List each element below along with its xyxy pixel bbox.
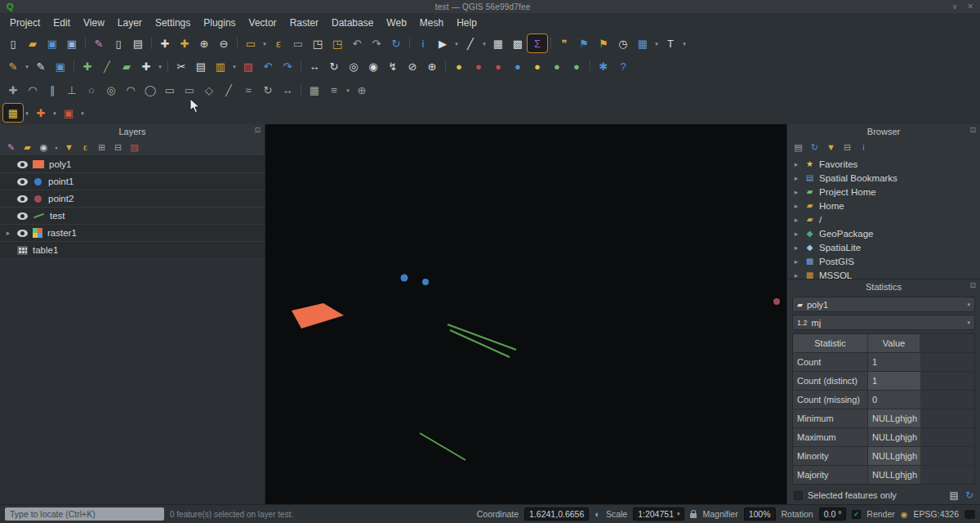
zoom-out-button[interactable]: ⊖ <box>214 34 234 52</box>
map-point2-feature[interactable] <box>773 298 780 305</box>
processing-toolbox-button[interactable]: ✱ <box>594 57 613 75</box>
render-checkbox[interactable]: ✓ <box>852 510 861 519</box>
open-layer-styling-icon[interactable]: ✎ <box>4 141 18 154</box>
visibility-eye-icon[interactable] <box>17 161 28 168</box>
map-point1-feature-a[interactable] <box>401 275 408 282</box>
scale-select[interactable]: 1:204751 ▾ <box>633 507 684 521</box>
expand-arrow-icon[interactable]: ▸ <box>792 174 800 182</box>
add-line-feature-button[interactable]: ╱ <box>97 57 117 75</box>
menu-settings[interactable]: Settings <box>149 15 197 31</box>
help-button[interactable]: ? <box>613 57 633 75</box>
layer-item-point1[interactable]: point1 <box>0 173 265 190</box>
rotate-features-button[interactable]: ↻ <box>324 57 344 75</box>
browser-item-geopackage[interactable]: ▸ ◆ GeoPackage <box>787 226 980 240</box>
toggle-editing-button[interactable]: ✎ <box>31 57 51 75</box>
panel-float-button[interactable]: ⊡ <box>254 126 261 134</box>
expand-arrow-icon[interactable]: ▸ <box>792 216 800 224</box>
toolbar-separator[interactable] <box>406 34 413 52</box>
menu-help[interactable]: Help <box>450 15 483 31</box>
new-bookmark-button[interactable]: ⚑ <box>574 34 594 52</box>
menu-layer[interactable]: Layer <box>111 15 149 31</box>
layer-item-test[interactable]: test <box>0 208 265 225</box>
current-edits-button[interactable]: ✎ <box>3 57 23 75</box>
refresh-statistics-button[interactable]: ↻ <box>965 489 973 501</box>
delete-selected-button[interactable]: ▨ <box>238 57 258 75</box>
redo-button[interactable]: ↷ <box>278 57 297 75</box>
locate-search-input[interactable] <box>5 507 164 521</box>
crs-status-button[interactable]: EPSG:4326 <box>914 509 959 519</box>
annotation-dropdown-arrow[interactable]: ▾ <box>680 34 688 52</box>
add-polygon-feature-button[interactable]: ▰ <box>117 57 136 75</box>
save-layer-edits-button[interactable]: ▣ <box>51 57 70 75</box>
column-header-value[interactable]: Value <box>868 334 920 352</box>
expand-arrow-icon[interactable]: ▸ <box>792 202 800 210</box>
panel-float-button[interactable]: ⊡ <box>969 126 976 134</box>
statistics-field-select[interactable]: 1.2 mj ▾ <box>792 315 975 330</box>
expand-arrow-icon[interactable]: ▸ <box>792 271 800 279</box>
statistical-summary-button[interactable]: Σ <box>528 34 547 52</box>
shade-window-button[interactable]: ∨ <box>952 2 958 11</box>
themes-dropdown-arrow[interactable]: ▾ <box>53 141 60 154</box>
construction-mode-button[interactable]: ◠ <box>23 81 42 99</box>
browser-item-spatial-bookmarks[interactable]: ▸ ▤ Spatial Bookmarks <box>787 171 980 185</box>
menu-vector[interactable]: Vector <box>243 15 283 31</box>
parallel-mode-button[interactable]: ∥ <box>42 81 62 99</box>
toolbar-separator[interactable] <box>70 57 78 75</box>
lock-scale-icon[interactable] <box>690 513 697 518</box>
browser-item-postgis[interactable]: ▸ ▩ PostGIS <box>787 254 980 268</box>
menu-mesh[interactable]: Mesh <box>413 15 450 31</box>
copy-features-button[interactable]: ▤ <box>191 57 211 75</box>
map-tips-button[interactable]: ❞ <box>555 34 574 52</box>
manage-map-themes-icon[interactable]: ◉ <box>37 141 51 154</box>
extent-toggle-icon[interactable]: ◐ <box>595 509 600 519</box>
reshape-features-button[interactable]: ↯ <box>383 57 403 75</box>
menu-plugins[interactable]: Plugins <box>197 15 242 31</box>
new-print-layout-button[interactable]: ▯ <box>109 34 128 52</box>
open-project-button[interactable]: ▰ <box>23 34 42 52</box>
measure-button[interactable]: ╱ <box>461 34 480 52</box>
perpendicular-mode-button[interactable]: ⊥ <box>62 81 82 99</box>
expand-arrow-icon[interactable]: ▸ <box>792 230 800 238</box>
menu-view[interactable]: View <box>77 15 111 31</box>
layer-item-raster1[interactable]: ▸ raster1 <box>0 225 265 242</box>
visibility-eye-icon[interactable] <box>17 178 28 186</box>
properties-widget-icon[interactable]: i <box>857 141 871 154</box>
selected-features-only-checkbox[interactable] <box>794 491 803 500</box>
move-features-button[interactable]: ↔ <box>305 57 324 75</box>
deselect-all-button[interactable]: ▭ <box>288 34 308 52</box>
highlight-pinned-labels-button[interactable]: ● <box>508 57 528 75</box>
data-source-manager-button[interactable]: ▦ <box>3 104 23 122</box>
data-source-dropdown-arrow[interactable]: ▾ <box>23 104 31 122</box>
map-view-dropdown-arrow[interactable]: ▾ <box>653 34 661 52</box>
add-part-button[interactable]: ◉ <box>363 57 383 75</box>
map-line-test-c[interactable] <box>420 433 466 460</box>
filter-legend-icon[interactable]: ▼ <box>62 141 76 154</box>
toolbar-separator[interactable] <box>82 34 89 52</box>
toolbar-separator[interactable] <box>148 34 155 52</box>
undo-button[interactable]: ↶ <box>258 57 278 75</box>
layer-item-poly1[interactable]: poly1 <box>0 156 265 173</box>
new-map-view-button[interactable]: ▦ <box>633 34 653 52</box>
identify-features-button[interactable]: i <box>413 34 433 52</box>
ellipse-button[interactable]: ◯ <box>140 81 160 99</box>
action-dropdown-arrow[interactable]: ▾ <box>452 34 461 52</box>
remove-layer-icon[interactable]: ▨ <box>127 141 141 154</box>
close-window-button[interactable]: ✕ <box>967 2 973 11</box>
offset-point-symbols-button[interactable]: ↔ <box>278 81 297 99</box>
add-group-icon[interactable]: ▰ <box>20 141 34 154</box>
add-raster-dropdown-arrow[interactable]: ▾ <box>78 104 87 122</box>
enable-advanced-digitizing-button[interactable]: ✚ <box>3 81 23 99</box>
rotate-point-symbols-button[interactable]: ↻ <box>258 81 278 99</box>
browser-item-spatialite[interactable]: ▸ ◆ SpatiaLite <box>787 240 980 254</box>
select-features-button[interactable]: ▭ <box>241 34 261 52</box>
add-point-feature-button[interactable]: ✚ <box>78 57 97 75</box>
add-vector-dropdown-arrow[interactable]: ▾ <box>51 104 59 122</box>
mesh-options-button[interactable]: ≡ <box>324 81 344 99</box>
expand-arrow-icon[interactable]: ▸ <box>792 257 800 266</box>
temporal-controller-button[interactable]: ◷ <box>613 34 633 52</box>
offset-curve-button[interactable]: ≈ <box>238 81 258 99</box>
layout-manager-button[interactable]: ▤ <box>128 34 148 52</box>
layer-labeling-button[interactable]: ● <box>449 57 469 75</box>
expand-all-icon[interactable]: ⊞ <box>95 141 109 154</box>
split-features-button[interactable]: ⊘ <box>403 57 422 75</box>
